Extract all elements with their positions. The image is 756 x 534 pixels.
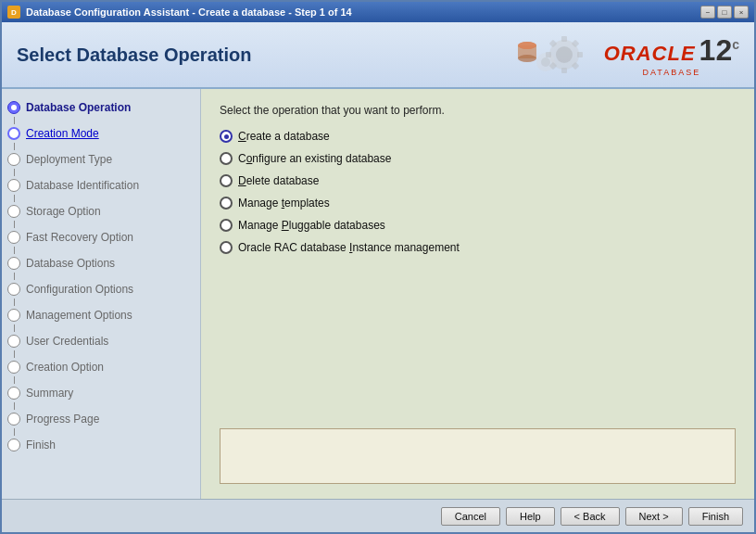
radio-label-delete-db: Delete database [238, 174, 319, 187]
radio-label-manage-templates: Manage templates [238, 197, 330, 210]
sidebar-item-storage-option[interactable]: Storage Option [2, 202, 200, 221]
sidebar-label-storage-option: Storage Option [26, 205, 101, 218]
sidebar-item-database-identification[interactable]: Database Identification [2, 176, 200, 195]
connector-5 [14, 221, 15, 228]
sidebar-item-management-options[interactable]: Management Options [2, 306, 200, 324]
window-controls: − □ × [700, 6, 749, 19]
sidebar-circle-creation-option [7, 361, 20, 374]
radio-label-manage-pluggable: Manage Pluggable databases [238, 219, 385, 232]
radio-option-oracle-rac[interactable]: Oracle RAC database Instance management [220, 241, 736, 254]
sidebar-label-deployment-type: Deployment Type [26, 153, 112, 166]
oracle-version-text: 12c [699, 33, 739, 68]
sidebar-item-finish[interactable]: Finish [2, 436, 200, 454]
restore-button[interactable]: □ [717, 6, 732, 19]
title-bar: D Database Configuration Assistant - Cre… [2, 2, 754, 22]
radio-input-delete-db[interactable] [220, 174, 233, 187]
radio-option-manage-templates[interactable]: Manage templates [220, 197, 736, 210]
radio-input-oracle-rac[interactable] [220, 241, 233, 254]
radio-label-configure-existing: Configure an existing database [238, 152, 391, 165]
svg-point-14 [518, 55, 536, 62]
svg-point-1 [556, 46, 573, 63]
svg-rect-8 [561, 68, 567, 73]
connector-2 [14, 143, 15, 150]
radio-option-create-db[interactable]: Create a database [220, 130, 736, 143]
sidebar: Database Operation Creation Mode Deploym… [2, 89, 201, 499]
connector-4 [14, 195, 15, 202]
sidebar-label-progress-page: Progress Page [26, 413, 99, 426]
radio-option-configure-existing[interactable]: Configure an existing database [220, 152, 736, 165]
oracle-brand-text: ORACLE [604, 42, 696, 66]
sidebar-circle-database-options [7, 257, 20, 270]
title-bar-left: D Database Configuration Assistant - Cre… [7, 6, 352, 19]
sidebar-label-summary: Summary [26, 387, 73, 400]
svg-rect-10 [546, 52, 551, 57]
sidebar-label-creation-mode: Creation Mode [26, 127, 99, 140]
page-title: Select Database Operation [17, 44, 251, 66]
instruction-text: Select the operation that you want to pe… [220, 104, 736, 117]
connector-1 [14, 117, 15, 124]
sidebar-circle-progress-page [7, 413, 20, 426]
close-button[interactable]: × [734, 6, 749, 19]
sidebar-item-deployment-type[interactable]: Deployment Type [2, 150, 200, 169]
sidebar-circle-configuration-options [7, 283, 20, 296]
connector-8 [14, 299, 15, 306]
sidebar-item-progress-page[interactable]: Progress Page [2, 410, 200, 428]
radio-dot-create-db [224, 134, 229, 139]
connector-13 [14, 428, 15, 436]
sidebar-label-management-options: Management Options [26, 309, 132, 322]
sidebar-item-user-credentials[interactable]: User Credentials [2, 332, 200, 350]
connector-11 [14, 376, 15, 384]
sidebar-label-finish: Finish [26, 439, 56, 451]
sidebar-label-user-credentials: User Credentials [26, 335, 108, 348]
content-area: Select the operation that you want to pe… [201, 89, 754, 499]
sidebar-label-database-identification: Database Identification [26, 179, 139, 192]
sidebar-item-creation-option[interactable]: Creation Option [2, 358, 200, 376]
sidebar-item-creation-mode[interactable]: Creation Mode [2, 124, 200, 143]
svg-point-15 [518, 42, 536, 49]
help-button[interactable]: Help [506, 507, 555, 526]
sidebar-circle-user-credentials [7, 335, 20, 348]
sidebar-item-database-options[interactable]: Database Options [2, 254, 200, 273]
sidebar-item-configuration-options[interactable]: Configuration Options [2, 280, 200, 299]
oracle-brand-area: ORACLE 12c DATABASE [604, 33, 739, 77]
connector-12 [14, 402, 15, 410]
minimize-button[interactable]: − [700, 6, 715, 19]
main-window: D Database Configuration Assistant - Cre… [0, 0, 756, 534]
sidebar-label-database-operation: Database Operation [26, 101, 131, 114]
app-icon: D [7, 6, 20, 19]
connector-3 [14, 169, 15, 176]
window-title: Database Configuration Assistant - Creat… [26, 6, 352, 18]
description-box [220, 428, 736, 484]
sidebar-circle-management-options [7, 309, 20, 322]
connector-10 [14, 350, 15, 358]
svg-rect-4 [561, 36, 567, 42]
sidebar-circle-creation-mode [7, 127, 20, 140]
sidebar-label-database-options: Database Options [26, 257, 115, 270]
connector-9 [14, 324, 15, 332]
back-button[interactable]: < Back [561, 507, 620, 526]
radio-option-manage-pluggable[interactable]: Manage Pluggable databases [220, 219, 736, 232]
radio-label-create-db: Create a database [238, 130, 330, 143]
radio-option-delete-db[interactable]: Delete database [220, 174, 736, 187]
sidebar-label-configuration-options: Configuration Options [26, 283, 133, 296]
finish-button[interactable]: Finish [688, 507, 743, 526]
radio-input-manage-pluggable[interactable] [220, 219, 233, 232]
radio-input-configure-existing[interactable] [220, 152, 233, 165]
sidebar-item-summary[interactable]: Summary [2, 384, 200, 402]
radio-input-create-db[interactable] [220, 130, 233, 143]
radio-label-oracle-rac: Oracle RAC database Instance management [238, 241, 460, 254]
radio-input-manage-templates[interactable] [220, 197, 233, 210]
sidebar-circle-finish [7, 439, 20, 451]
sidebar-circle-deployment-type [7, 153, 20, 166]
next-button[interactable]: Next > [625, 507, 683, 526]
sidebar-circle-storage-option [7, 205, 20, 218]
connector-7 [14, 273, 15, 280]
oracle-logo-area: ORACLE 12c DATABASE [513, 27, 739, 83]
sidebar-label-creation-option: Creation Option [26, 361, 104, 374]
sidebar-circle-database-identification [7, 179, 20, 192]
sidebar-item-database-operation[interactable]: Database Operation [2, 98, 200, 117]
cancel-button[interactable]: Cancel [441, 507, 500, 526]
oracle-database-text: DATABASE [643, 68, 701, 77]
sidebar-item-fast-recovery-option[interactable]: Fast Recovery Option [2, 228, 200, 247]
gear-graphic [513, 27, 597, 83]
